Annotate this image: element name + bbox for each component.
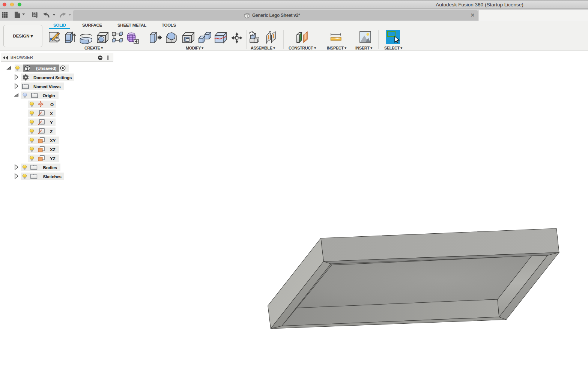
svg-text:YZ: YZ xyxy=(50,156,56,161)
svg-text:Z: Z xyxy=(50,129,53,134)
svg-text:XY: XY xyxy=(50,138,56,143)
svg-text:Bodies: Bodies xyxy=(43,165,57,170)
svg-text:Origin: Origin xyxy=(43,93,55,98)
svg-text:O: O xyxy=(50,102,54,107)
svg-text:XZ: XZ xyxy=(50,147,56,152)
svg-text:Y: Y xyxy=(50,120,53,125)
svg-text:(Unsaved): (Unsaved) xyxy=(36,66,57,71)
svg-text:X: X xyxy=(50,111,53,116)
svg-text:Named Views: Named Views xyxy=(33,84,61,89)
svg-text:Sketches: Sketches xyxy=(43,174,62,179)
svg-text:Document Settings: Document Settings xyxy=(33,75,72,80)
